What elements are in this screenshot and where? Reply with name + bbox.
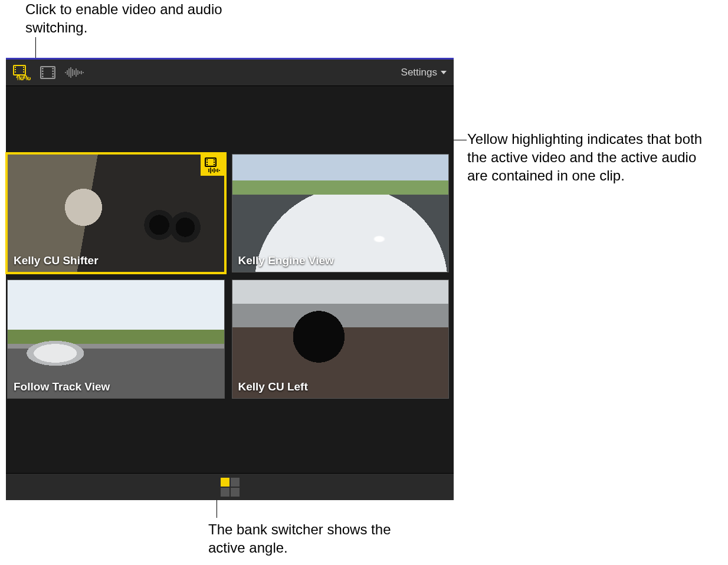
svg-rect-37 [206, 162, 208, 163]
angle-label: Kelly CU Left [238, 380, 308, 393]
angle-label: Kelly Engine View [238, 254, 334, 267]
callout-leader [35, 37, 36, 58]
chevron-down-icon [441, 71, 447, 74]
angle-grid: Kelly CU Shifter Kelly Engine View Follo… [7, 154, 449, 399]
svg-rect-20 [53, 68, 54, 70]
audio-only-switching-icon[interactable] [65, 67, 85, 78]
svg-rect-1 [15, 67, 16, 68]
bank-switcher-bar [6, 473, 454, 500]
svg-rect-16 [42, 68, 44, 70]
switching-mode-group [13, 65, 85, 80]
callout-bank-switcher: The bank switcher shows the active angle… [208, 520, 415, 557]
bank-cell-4[interactable] [231, 488, 240, 497]
bank-cell-2[interactable] [231, 478, 240, 487]
active-angle-badge [201, 155, 224, 176]
svg-rect-39 [214, 159, 215, 160]
angle-viewer-body: Kelly CU Shifter Kelly Engine View Follo… [6, 86, 454, 473]
svg-rect-2 [15, 69, 16, 70]
callout-video-audio-switching: Click to enable video and audio switchin… [25, 0, 232, 37]
angle-kelly-engine-view[interactable]: Kelly Engine View [232, 154, 450, 272]
viewer-toolbar: Settings [6, 60, 454, 86]
bank-switcher[interactable] [221, 478, 240, 497]
angle-label: Kelly CU Shifter [14, 254, 99, 267]
svg-rect-40 [214, 162, 215, 163]
angle-viewer-window: Settings Kelly CU Shifter [6, 58, 454, 500]
svg-rect-19 [42, 76, 44, 78]
svg-rect-38 [206, 164, 208, 165]
video-audio-switching-icon[interactable] [13, 65, 31, 80]
angle-kelly-cu-left[interactable]: Kelly CU Left [232, 280, 450, 398]
callout-yellow-highlight: Yellow highlighting indicates that both … [467, 130, 715, 185]
svg-rect-3 [15, 71, 16, 73]
svg-rect-4 [23, 67, 24, 68]
bank-cell-1[interactable] [221, 478, 229, 487]
svg-rect-21 [53, 71, 54, 73]
svg-rect-17 [42, 71, 44, 73]
video-only-switching-icon[interactable] [40, 66, 55, 79]
settings-menu-button[interactable]: Settings [401, 67, 447, 78]
svg-rect-36 [206, 159, 208, 160]
svg-rect-22 [53, 73, 54, 75]
svg-rect-5 [23, 69, 24, 70]
settings-label: Settings [401, 67, 437, 78]
svg-rect-23 [53, 76, 54, 78]
svg-rect-6 [23, 71, 24, 73]
bank-cell-3[interactable] [221, 488, 229, 497]
angle-kelly-cu-shifter[interactable]: Kelly CU Shifter [7, 154, 225, 272]
svg-rect-41 [214, 164, 215, 165]
angle-follow-track-view[interactable]: Follow Track View [7, 280, 225, 398]
svg-rect-18 [42, 73, 44, 75]
film-waveform-icon [204, 157, 221, 173]
angle-label: Follow Track View [14, 380, 110, 393]
